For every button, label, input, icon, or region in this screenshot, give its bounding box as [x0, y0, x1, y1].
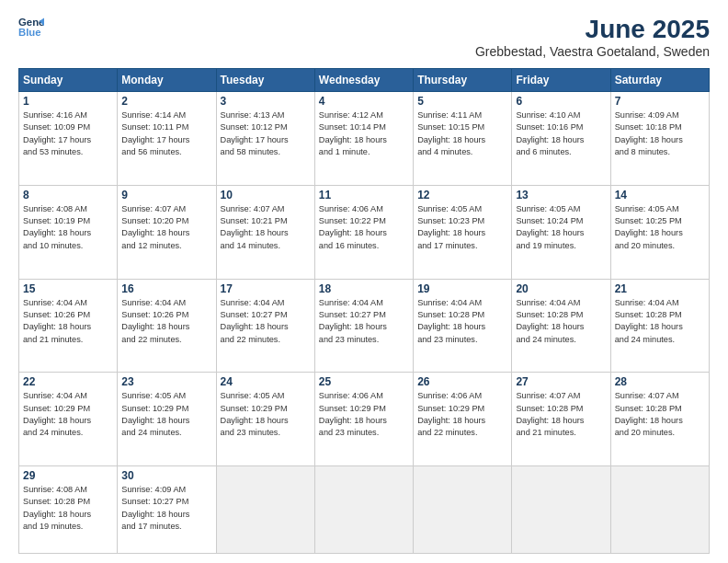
day-info: Sunrise: 4:07 AMSunset: 10:28 PMDaylight…	[516, 390, 606, 439]
logo: General Blue	[18, 15, 44, 40]
col-thursday: Thursday	[414, 69, 512, 92]
table-row	[610, 466, 709, 554]
day-number: 10	[221, 189, 311, 201]
day-info: Sunrise: 4:08 AMSunset: 10:28 PMDaylight…	[23, 484, 113, 533]
day-number: 15	[23, 282, 113, 295]
table-row: 9Sunrise: 4:07 AMSunset: 10:20 PMDayligh…	[118, 185, 216, 279]
day-info: Sunrise: 4:04 AMSunset: 10:26 PMDaylight…	[121, 297, 211, 346]
day-info: Sunrise: 4:04 AMSunset: 10:28 PMDaylight…	[417, 297, 507, 346]
day-info: Sunrise: 4:06 AMSunset: 10:22 PMDaylight…	[319, 203, 409, 252]
table-row: 15Sunrise: 4:04 AMSunset: 10:26 PMDaylig…	[19, 279, 118, 373]
table-row: 23Sunrise: 4:05 AMSunset: 10:29 PMDaylig…	[118, 373, 216, 466]
table-row: 29Sunrise: 4:08 AMSunset: 10:28 PMDaylig…	[19, 466, 118, 554]
table-row: 6Sunrise: 4:10 AMSunset: 10:16 PMDayligh…	[512, 92, 610, 186]
table-row: 28Sunrise: 4:07 AMSunset: 10:28 PMDaylig…	[610, 373, 709, 466]
day-number: 24	[221, 375, 311, 388]
day-number: 19	[417, 282, 507, 295]
table-row: 26Sunrise: 4:06 AMSunset: 10:29 PMDaylig…	[414, 373, 512, 466]
table-row: 2Sunrise: 4:14 AMSunset: 10:11 PMDayligh…	[118, 92, 216, 186]
calendar-title: June 2025	[475, 15, 710, 44]
day-number: 25	[319, 375, 409, 388]
table-row: 25Sunrise: 4:06 AMSunset: 10:29 PMDaylig…	[314, 373, 413, 466]
day-info: Sunrise: 4:09 AMSunset: 10:27 PMDaylight…	[121, 484, 211, 533]
table-row: 13Sunrise: 4:05 AMSunset: 10:24 PMDaylig…	[512, 185, 610, 279]
day-info: Sunrise: 4:05 AMSunset: 10:23 PMDaylight…	[417, 203, 507, 252]
page: General Blue June 2025 Grebbestad, Vaest…	[0, 0, 728, 563]
calendar-header-row: Sunday Monday Tuesday Wednesday Thursday…	[19, 69, 710, 92]
table-row: 8Sunrise: 4:08 AMSunset: 10:19 PMDayligh…	[19, 185, 118, 279]
day-number: 2	[121, 95, 211, 108]
day-info: Sunrise: 4:05 AMSunset: 10:24 PMDaylight…	[516, 203, 606, 252]
day-info: Sunrise: 4:04 AMSunset: 10:28 PMDaylight…	[516, 297, 606, 346]
table-row: 7Sunrise: 4:09 AMSunset: 10:18 PMDayligh…	[610, 92, 709, 186]
day-number: 9	[121, 189, 211, 201]
day-info: Sunrise: 4:06 AMSunset: 10:29 PMDaylight…	[417, 390, 507, 439]
day-number: 8	[23, 189, 113, 201]
calendar-table: Sunday Monday Tuesday Wednesday Thursday…	[18, 68, 710, 554]
day-number: 17	[221, 282, 311, 295]
day-number: 14	[615, 189, 705, 201]
table-row: 19Sunrise: 4:04 AMSunset: 10:28 PMDaylig…	[414, 279, 512, 373]
day-number: 29	[23, 469, 113, 482]
day-number: 28	[615, 375, 705, 388]
col-sunday: Sunday	[19, 69, 118, 92]
table-row: 30Sunrise: 4:09 AMSunset: 10:27 PMDaylig…	[118, 466, 216, 554]
day-info: Sunrise: 4:13 AMSunset: 10:12 PMDaylight…	[221, 109, 311, 158]
table-row	[414, 466, 512, 554]
table-row	[314, 466, 413, 554]
table-row: 3Sunrise: 4:13 AMSunset: 10:12 PMDayligh…	[216, 92, 314, 186]
day-number: 22	[23, 375, 113, 388]
table-row: 17Sunrise: 4:04 AMSunset: 10:27 PMDaylig…	[216, 279, 314, 373]
header: General Blue June 2025 Grebbestad, Vaest…	[18, 15, 710, 59]
table-row: 16Sunrise: 4:04 AMSunset: 10:26 PMDaylig…	[118, 279, 216, 373]
table-row: 5Sunrise: 4:11 AMSunset: 10:15 PMDayligh…	[414, 92, 512, 186]
day-info: Sunrise: 4:05 AMSunset: 10:29 PMDaylight…	[221, 390, 311, 439]
day-number: 30	[121, 469, 211, 482]
day-info: Sunrise: 4:07 AMSunset: 10:21 PMDaylight…	[221, 203, 311, 252]
logo-icon: General Blue	[18, 15, 44, 40]
table-row: 22Sunrise: 4:04 AMSunset: 10:29 PMDaylig…	[19, 373, 118, 466]
table-row: 24Sunrise: 4:05 AMSunset: 10:29 PMDaylig…	[216, 373, 314, 466]
table-row	[216, 466, 314, 554]
day-info: Sunrise: 4:04 AMSunset: 10:26 PMDaylight…	[23, 297, 113, 346]
day-number: 18	[319, 282, 409, 295]
day-number: 13	[516, 189, 606, 201]
calendar-body: 1Sunrise: 4:16 AMSunset: 10:09 PMDayligh…	[19, 92, 710, 554]
table-row: 18Sunrise: 4:04 AMSunset: 10:27 PMDaylig…	[314, 279, 413, 373]
day-info: Sunrise: 4:05 AMSunset: 10:29 PMDaylight…	[121, 390, 211, 439]
day-info: Sunrise: 4:04 AMSunset: 10:29 PMDaylight…	[23, 390, 113, 439]
day-number: 7	[615, 95, 705, 108]
day-number: 5	[417, 95, 507, 108]
day-info: Sunrise: 4:04 AMSunset: 10:27 PMDaylight…	[221, 297, 311, 346]
day-number: 27	[516, 375, 606, 388]
col-saturday: Saturday	[610, 69, 709, 92]
day-info: Sunrise: 4:05 AMSunset: 10:25 PMDaylight…	[615, 203, 705, 252]
title-block: June 2025 Grebbestad, Vaestra Goetaland,…	[475, 15, 710, 59]
day-number: 21	[615, 282, 705, 295]
day-number: 1	[23, 95, 113, 108]
day-info: Sunrise: 4:06 AMSunset: 10:29 PMDaylight…	[319, 390, 409, 439]
day-number: 23	[121, 375, 211, 388]
day-info: Sunrise: 4:07 AMSunset: 10:28 PMDaylight…	[615, 390, 705, 439]
table-row: 27Sunrise: 4:07 AMSunset: 10:28 PMDaylig…	[512, 373, 610, 466]
day-info: Sunrise: 4:07 AMSunset: 10:20 PMDaylight…	[121, 203, 211, 252]
day-number: 4	[319, 95, 409, 108]
day-number: 6	[516, 95, 606, 108]
day-number: 16	[121, 282, 211, 295]
table-row	[512, 466, 610, 554]
day-info: Sunrise: 4:10 AMSunset: 10:16 PMDaylight…	[516, 109, 606, 158]
day-number: 11	[319, 189, 409, 201]
day-info: Sunrise: 4:14 AMSunset: 10:11 PMDaylight…	[121, 109, 211, 158]
table-row: 11Sunrise: 4:06 AMSunset: 10:22 PMDaylig…	[314, 185, 413, 279]
table-row: 4Sunrise: 4:12 AMSunset: 10:14 PMDayligh…	[314, 92, 413, 186]
day-info: Sunrise: 4:04 AMSunset: 10:27 PMDaylight…	[319, 297, 409, 346]
calendar-subtitle: Grebbestad, Vaestra Goetaland, Sweden	[475, 44, 710, 59]
day-info: Sunrise: 4:04 AMSunset: 10:28 PMDaylight…	[615, 297, 705, 346]
day-number: 3	[221, 95, 311, 108]
svg-text:Blue: Blue	[18, 27, 41, 38]
day-info: Sunrise: 4:16 AMSunset: 10:09 PMDaylight…	[23, 109, 113, 158]
day-number: 20	[516, 282, 606, 295]
table-row: 21Sunrise: 4:04 AMSunset: 10:28 PMDaylig…	[610, 279, 709, 373]
col-tuesday: Tuesday	[216, 69, 314, 92]
col-wednesday: Wednesday	[314, 69, 413, 92]
